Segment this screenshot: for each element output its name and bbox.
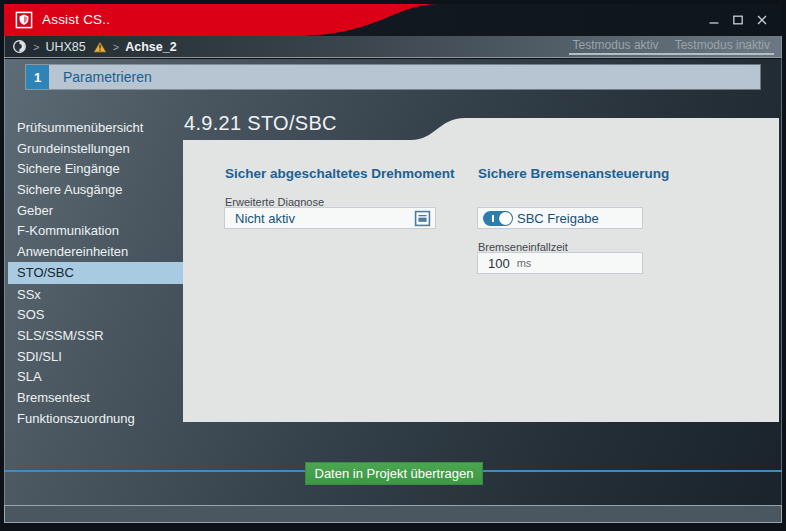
sidebar-item-geber[interactable]: Geber <box>8 200 183 221</box>
breadcrumb-axis[interactable]: Achse_2 <box>125 40 176 54</box>
warning-triangle-icon <box>93 41 107 53</box>
transfer-to-project-button[interactable]: Daten in Projekt übertragen <box>305 462 483 485</box>
toggle-on-icon[interactable] <box>483 211 513 226</box>
sidebar-item-sdi-sli[interactable]: SDI/SLI <box>8 346 183 367</box>
sidebar-nav: Prüfsummenübersicht Grundeinstellungen S… <box>8 117 183 429</box>
close-icon[interactable] <box>754 12 770 28</box>
sidebar-item-sos[interactable]: SOS <box>8 305 183 326</box>
breadcrumb-device[interactable]: UHX85 <box>45 40 85 54</box>
sidebar-item-sichere-eingaenge[interactable]: Sichere Eingänge <box>8 158 183 179</box>
testmode-active-button[interactable]: Testmodus aktiv <box>573 38 659 52</box>
breadcrumb-separator: > <box>113 41 119 53</box>
sidebar-item-funktionszuordnung[interactable]: Funktionszuordnung <box>8 408 183 429</box>
drive-icon[interactable] <box>12 39 27 54</box>
breadcrumb: > UHX85 > Achse_2 Testmodus aktiv Testmo… <box>4 36 782 58</box>
sbc-section-heading: Sichere Bremsenansteuerung <box>478 166 669 181</box>
main-area: 1 Parametrieren Prüfsummenübersicht Grun… <box>4 59 782 505</box>
sidebar-item-sls-ssm-ssr[interactable]: SLS/SSM/SSR <box>8 325 183 346</box>
testmode-switch: Testmodus aktiv Testmodus inaktiv <box>569 38 774 55</box>
sidebar-item-bremsentest[interactable]: Bremsentest <box>8 387 183 408</box>
sbc-freigabe-row: SBC Freigabe <box>477 207 643 229</box>
bremseneinfallzeit-value: 100 <box>478 256 510 271</box>
breadcrumb-separator: > <box>33 41 39 53</box>
title-bar: Assist CS.. <box>4 4 782 36</box>
window-controls <box>706 4 770 36</box>
bremseneinfallzeit-input[interactable]: 100 ms <box>477 252 643 274</box>
sidebar-item-ssx[interactable]: SSx <box>8 284 183 305</box>
sidebar-item-sichere-ausgaenge[interactable]: Sichere Ausgänge <box>8 179 183 200</box>
list-box-icon[interactable] <box>414 210 431 227</box>
maximize-icon[interactable] <box>730 12 746 28</box>
status-bar <box>4 505 782 523</box>
step-bar: 1 Parametrieren <box>26 65 760 89</box>
content-panel: Sicher abgeschaltetes Drehmoment Erweite… <box>183 118 779 422</box>
minimize-icon[interactable] <box>706 12 722 28</box>
step-number-badge[interactable]: 1 <box>26 65 49 89</box>
sidebar-item-f-kommunikation[interactable]: F-Kommunikation <box>8 220 183 241</box>
sto-section-heading: Sicher abgeschaltetes Drehmoment <box>225 166 455 181</box>
sidebar-item-pruefsummenuebersicht[interactable]: Prüfsummenübersicht <box>8 117 183 138</box>
bremseneinfallzeit-unit: ms <box>517 257 532 269</box>
diagnose-dropdown-value: Nicht aktiv <box>225 211 295 226</box>
testmode-inactive-button[interactable]: Testmodus inaktiv <box>675 38 770 52</box>
diagnose-dropdown[interactable]: Nicht aktiv <box>224 207 436 229</box>
sidebar-item-anwendereinheiten[interactable]: Anwendereinheiten <box>8 241 183 262</box>
window-title: Assist CS.. <box>42 4 110 36</box>
sidebar-item-sla[interactable]: SLA <box>8 367 183 388</box>
sbc-toggle-label: SBC Freigabe <box>513 211 599 226</box>
step-label[interactable]: Parametrieren <box>49 65 760 89</box>
sidebar-item-sto-sbc[interactable]: STO/SBC <box>8 262 183 284</box>
app-shield-icon <box>15 11 33 29</box>
sidebar-item-grundeinstellungen[interactable]: Grundeinstellungen <box>8 138 183 159</box>
